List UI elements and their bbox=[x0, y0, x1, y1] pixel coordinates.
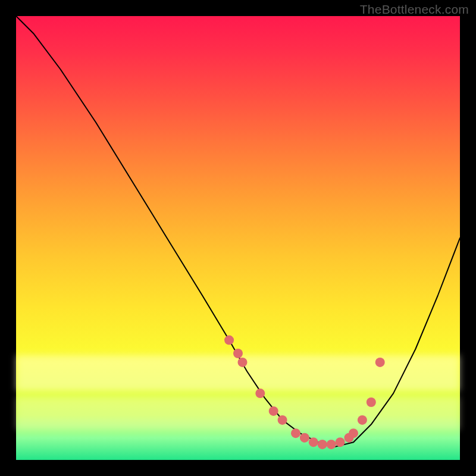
data-marker bbox=[375, 358, 385, 367]
data-marker bbox=[318, 440, 327, 449]
data-marker bbox=[367, 397, 376, 407]
data-marker bbox=[349, 428, 358, 438]
data-marker bbox=[233, 349, 243, 358]
data-marker bbox=[336, 437, 345, 447]
data-marker bbox=[238, 358, 248, 367]
plot-area bbox=[16, 16, 460, 460]
curve-layer bbox=[16, 16, 460, 460]
bottleneck-curve bbox=[16, 16, 460, 447]
data-marker bbox=[278, 415, 287, 425]
data-marker bbox=[327, 440, 336, 449]
data-marker bbox=[269, 406, 278, 416]
chart-frame: TheBottleneck.com bbox=[0, 0, 476, 476]
data-marker bbox=[358, 415, 367, 425]
data-marker bbox=[255, 389, 265, 398]
data-marker bbox=[309, 437, 318, 447]
data-marker bbox=[300, 433, 309, 443]
watermark-text: TheBottleneck.com bbox=[360, 2, 469, 17]
data-marker bbox=[224, 336, 234, 345]
marker-group bbox=[224, 336, 385, 449]
data-marker bbox=[291, 428, 300, 438]
